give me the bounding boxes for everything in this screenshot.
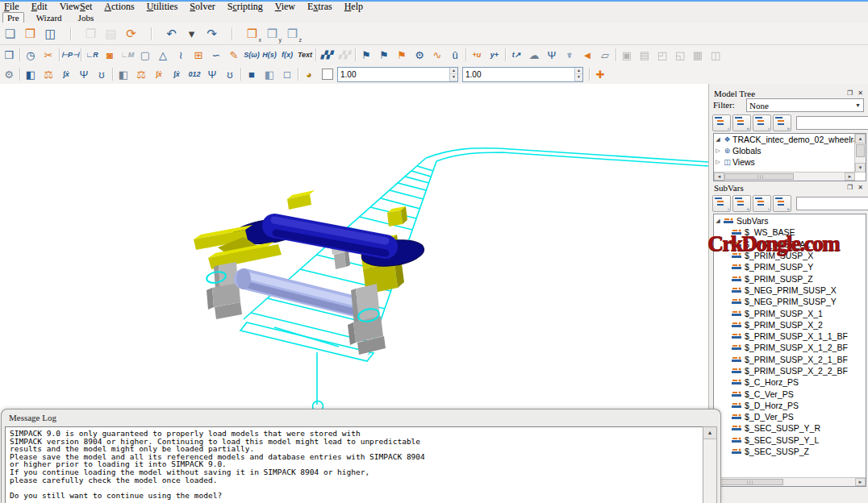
force-element-icon[interactable]: ≀ <box>172 47 190 63</box>
body-icon[interactable]: ◙ <box>101 47 119 63</box>
result-plot-icon[interactable]: ☁ <box>525 47 543 63</box>
tree-collapse-button[interactable]: ‹ <box>712 195 731 212</box>
scroll-left-icon[interactable]: ◄ <box>714 173 724 181</box>
stethoscope-2-icon[interactable]: ʊ <box>221 66 239 82</box>
input-signal-icon[interactable]: ∿ <box>428 47 446 63</box>
menu-item[interactable]: Utilities <box>147 1 178 13</box>
toolbar-icon[interactable] <box>222 25 242 43</box>
scroll-thumb[interactable] <box>724 173 794 180</box>
undo-dropdown-icon[interactable]: ▾ <box>182 25 202 43</box>
y-output-icon[interactable]: y+ <box>486 47 503 63</box>
wire-cube-icon[interactable]: □ <box>278 66 296 82</box>
text-label-icon[interactable]: Text <box>296 47 314 63</box>
scale-x-spinbox[interactable]: ▲▼ <box>337 67 458 82</box>
subvar-item[interactable]: $_PRIM_SUSP_X_1_2_BF <box>714 342 866 353</box>
disabled-tool-1-icon[interactable]: ▣ <box>618 47 636 63</box>
reload-databases-icon[interactable]: ⟳ <box>121 25 141 43</box>
menu-item[interactable]: Actions <box>104 1 134 13</box>
scroll-up-icon[interactable]: ▲ <box>703 427 716 439</box>
subvar-item[interactable]: $_NEG_PRIM_SUSP_X <box>714 285 866 296</box>
close-panel-icon[interactable]: ✕ <box>855 89 866 98</box>
scroll-right-icon[interactable]: ► <box>855 478 866 486</box>
integrate-icon[interactable]: ∫ẋ <box>57 66 75 82</box>
perspective-cube-icon[interactable]: ❒ <box>0 47 18 63</box>
subvar-item[interactable]: $_PRIM_SUSP_Y <box>714 261 866 272</box>
menu-item[interactable]: Extras <box>307 1 332 13</box>
copy-icon[interactable]: ❐ <box>81 25 101 43</box>
model-tree-vscrollbar[interactable]: ▲ ▼ <box>854 134 866 173</box>
spin-buttons[interactable]: ▲▼ <box>574 68 582 81</box>
open-model-icon[interactable]: ❒ <box>20 25 40 43</box>
model-tree-box[interactable]: ◢ ❖ TRACK_intec_demo_02_wheelrail_ ▷ ⊛ G… <box>713 133 866 181</box>
message-log-content[interactable]: SIMPACK 9.0 is only guaranteed to proper… <box>5 426 704 503</box>
mode-tab[interactable]: Pre <box>2 12 24 23</box>
menu-item[interactable]: Edit <box>31 1 48 13</box>
redo-icon[interactable]: ↷ <box>202 25 222 43</box>
solid-cube-icon[interactable]: ■ <box>243 66 261 82</box>
undo-icon[interactable]: ↶ <box>161 25 182 43</box>
view-along-x-icon[interactable]: ❒ x <box>242 25 262 43</box>
toolbar-icon[interactable] <box>141 25 161 43</box>
function-f-x-icon[interactable]: f(x) <box>278 47 296 63</box>
reference-frame-icon[interactable]: ∟R <box>83 47 101 63</box>
message-log-vscrollbar[interactable]: ▲ <box>703 426 717 503</box>
scroll-thumb[interactable] <box>714 479 783 485</box>
scale-y-spinbox[interactable]: ▲▼ <box>462 67 583 82</box>
tuning-fork-2-icon[interactable]: Ψ <box>203 66 221 82</box>
spin-buttons[interactable]: ▲▼ <box>449 68 457 81</box>
receiver-icon[interactable]: ♆ <box>561 47 578 63</box>
fit-view-icon[interactable]: ✚ <box>591 66 609 82</box>
primitive-cylinder-icon[interactable]: ▢ <box>136 47 154 63</box>
subvar-item[interactable]: $_D_Horz_PS <box>714 400 866 411</box>
rail-track-icon[interactable]: ▞▞ <box>318 47 336 63</box>
transmitter-icon[interactable]: Ψ <box>543 47 561 63</box>
subvar-item[interactable]: $_C_Horz_PS <box>714 376 866 388</box>
menu-item[interactable]: Solver <box>190 1 215 13</box>
subvar-item[interactable]: $_PRIM_SUSP_X_1_1_BF <box>714 330 866 342</box>
toolbar-icon[interactable] <box>61 25 81 43</box>
tree-row[interactable]: ◢ ❖ TRACK_intec_demo_02_wheelrail_ <box>714 134 855 145</box>
subvar-item[interactable]: $_PRIM_SUSP_X_2 <box>714 319 866 330</box>
tree-expand-button[interactable]: › <box>753 195 771 212</box>
float-panel-icon[interactable]: ❐ <box>845 89 855 98</box>
disabled-tool-4-icon[interactable]: ◱ <box>671 47 689 63</box>
nominal-mass-2-icon[interactable]: ◧ <box>115 66 132 82</box>
nominal-distance-p-icon[interactable]: ⊢P⊣ <box>61 47 79 63</box>
disabled-tool-3-icon[interactable]: ◰ <box>653 47 671 63</box>
scale-x-input[interactable] <box>338 68 449 81</box>
save-model-icon[interactable]: ◫ <box>40 25 61 43</box>
sensor-pair-icon[interactable]: ⚑ <box>375 47 393 63</box>
subvar-item[interactable]: $_PRIM_SUSP_X_2_2_BF <box>714 365 866 376</box>
paste-icon[interactable]: ▤ <box>101 25 121 43</box>
filter-combobox[interactable]: None ▼ <box>746 98 864 112</box>
u-vector-icon[interactable]: û <box>446 47 464 63</box>
rail-track-gray-icon[interactable]: ▞▞ <box>336 47 353 63</box>
tuning-fork-icon[interactable]: Ψ <box>75 66 93 82</box>
menu-item[interactable]: Help <box>344 1 363 13</box>
message-log-window[interactable]: Message Log SIMPACK 9.0 is only guarante… <box>1 409 721 503</box>
constraint-link-icon[interactable]: ⊞ <box>190 47 207 63</box>
subvar-item[interactable]: $_NEG_PRIM_SUSP_Y <box>714 296 866 307</box>
subvar-item[interactable]: $_SEC_SUSP_Z <box>714 446 866 457</box>
counter-012-icon[interactable]: 012 <box>186 66 203 82</box>
subvar-item[interactable]: $_SEC_SUSP_Y_L <box>714 434 866 446</box>
tree-collapse-all-button[interactable]: « <box>732 195 751 212</box>
sync-gear-icon[interactable]: ⚙ <box>0 66 18 82</box>
disabled-tool-6-icon[interactable]: ◫ <box>707 47 724 63</box>
tree-collapse-button[interactable]: ‹ <box>712 114 731 131</box>
open-folder-icon[interactable]: ▱ <box>596 47 614 63</box>
subvar-item[interactable]: $_PRIM_SUSP_Z <box>714 272 866 284</box>
float-panel-icon[interactable]: ❐ <box>845 183 855 192</box>
menu-item[interactable]: File <box>4 1 19 13</box>
model-tree-search-input[interactable] <box>796 116 868 130</box>
disabled-tool-2-icon[interactable]: ▤ <box>636 47 653 63</box>
view-scale-checkbox[interactable] <box>322 69 333 80</box>
tree-expand-all-button[interactable]: » <box>773 195 791 212</box>
time-settings-icon[interactable]: ◷ <box>22 47 40 63</box>
model-tree-hscrollbar[interactable]: ◄ ► <box>714 172 855 181</box>
tree-row[interactable]: ▷ ⊛ Globals <box>714 145 855 156</box>
sensor-move-icon[interactable]: ⚑ <box>393 47 411 63</box>
scroll-up-icon[interactable]: ▲ <box>855 134 866 143</box>
nominal-mass-icon[interactable]: ◧ <box>22 66 40 82</box>
subvar-item[interactable]: $_D_Ver_PS <box>714 411 866 422</box>
